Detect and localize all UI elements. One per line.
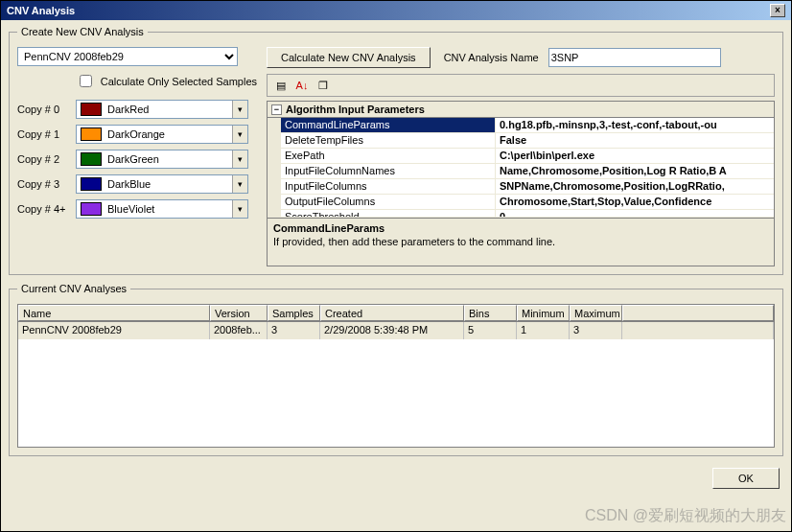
cell-min: 1 xyxy=(517,322,570,339)
cell-rest xyxy=(622,322,774,339)
cell-created: 2/29/2008 5:39:48 PM xyxy=(320,322,464,339)
col-version[interactable]: Version xyxy=(210,305,268,321)
chevron-down-icon xyxy=(232,101,247,118)
color-name-2: DarkGreen xyxy=(105,153,232,165)
analyses-list[interactable]: Name Version Samples Created Bins Minimu… xyxy=(17,304,775,448)
prop-key: DeleteTempFiles xyxy=(281,133,496,149)
prop-gutter xyxy=(268,195,281,210)
cell-version: 2008feb... xyxy=(210,322,268,339)
prop-val[interactable]: False xyxy=(496,133,774,149)
prop-row[interactable]: OutputFileColumnsChromosome,Start,Stop,V… xyxy=(268,195,774,210)
prop-row[interactable]: DeleteTempFilesFalse xyxy=(268,133,774,149)
color-name-1: DarkOrange xyxy=(105,128,232,140)
copy-label-3: Copy # 3 xyxy=(17,178,70,190)
color-select-4[interactable]: BlueViolet xyxy=(76,199,248,219)
prop-header[interactable]: − Algorithm Input Parameters xyxy=(268,102,774,118)
prop-val[interactable]: SNPName,Chromosome,Position,LogRRatio, xyxy=(496,179,774,195)
copy-label-0: Copy # 0 xyxy=(17,104,70,115)
categorize-icon[interactable]: ▤ xyxy=(271,76,291,95)
copy-label-2: Copy # 2 xyxy=(17,153,70,165)
col-max[interactable]: Maximum xyxy=(570,305,622,321)
prop-description: CommandLineParams If provided, then add … xyxy=(268,218,774,266)
cell-max: 3 xyxy=(570,322,622,339)
algorithm-select[interactable]: PennCNV 2008feb29 xyxy=(17,47,238,66)
prop-gutter xyxy=(268,118,281,133)
color-swatch-3 xyxy=(81,177,102,191)
color-swatch-0 xyxy=(81,103,102,116)
right-column: Calculate New CNV Analysis CNV Analysis … xyxy=(267,47,775,266)
col-min[interactable]: Minimum xyxy=(517,305,570,321)
selected-only-label: Calculate Only Selected Samples xyxy=(101,76,257,87)
prop-row[interactable]: InputFileColumnsSNPName,Chromosome,Posit… xyxy=(268,179,774,195)
prop-row[interactable]: InputFileColumnNamesName,Chromosome,Posi… xyxy=(268,164,774,179)
prop-gutter xyxy=(268,133,281,149)
prop-val[interactable]: Name,Chromosome,Position,Log R Ratio,B A xyxy=(496,164,774,179)
color-select-2[interactable]: DarkGreen xyxy=(76,150,248,169)
prop-key: ExePath xyxy=(281,149,496,164)
pages-icon[interactable]: ❐ xyxy=(314,76,333,95)
color-name-0: DarkRed xyxy=(105,104,232,115)
titlebar: CNV Analysis × xyxy=(1,1,791,20)
prop-val[interactable]: 0.hg18.pfb,-minsnp,3,-test,-conf,-tabout… xyxy=(496,118,774,133)
color-select-0[interactable]: DarkRed xyxy=(76,100,248,119)
prop-key: OutputFileColumns xyxy=(281,195,496,210)
copy-label-1: Copy # 1 xyxy=(17,128,70,140)
prop-row[interactable]: CommandLineParams0.hg18.pfb,-minsnp,3,-t… xyxy=(268,118,774,133)
content: Create New CNV Analysis PennCNV 2008feb2… xyxy=(1,20,791,493)
chevron-down-icon xyxy=(232,126,247,143)
chevron-down-icon xyxy=(232,150,247,168)
color-select-3[interactable]: DarkBlue xyxy=(76,174,248,194)
table-row[interactable]: PennCNV 2008feb29 2008feb... 3 2/29/2008… xyxy=(18,322,774,339)
close-icon[interactable]: × xyxy=(770,4,785,17)
col-samples[interactable]: Samples xyxy=(268,305,320,321)
prop-header-label: Algorithm Input Parameters xyxy=(286,104,425,115)
cell-name: PennCNV 2008feb29 xyxy=(18,322,210,339)
left-column: PennCNV 2008feb29 Calculate Only Selecte… xyxy=(17,47,257,266)
cell-samples: 3 xyxy=(268,322,320,339)
copy-label-4: Copy # 4+ xyxy=(17,203,70,215)
ok-button[interactable]: OK xyxy=(712,468,780,489)
color-name-4: BlueViolet xyxy=(105,203,232,215)
window-title: CNV Analysis xyxy=(7,5,75,16)
prop-toolbar: ▤ A↓ ❐ xyxy=(267,74,775,97)
prop-gutter xyxy=(268,149,281,164)
color-name-3: DarkBlue xyxy=(105,178,232,190)
current-group: Current CNV Analyses Name Version Sample… xyxy=(9,283,783,456)
current-legend: Current CNV Analyses xyxy=(17,283,130,294)
prop-desc-text: If provided, then add these parameters t… xyxy=(273,236,768,247)
cell-bins: 5 xyxy=(464,322,517,339)
sort-icon[interactable]: A↓ xyxy=(292,76,312,95)
prop-gutter xyxy=(268,164,281,179)
col-name[interactable]: Name xyxy=(18,305,210,321)
color-swatch-4 xyxy=(81,202,102,216)
prop-desc-title: CommandLineParams xyxy=(273,222,768,234)
create-group: Create New CNV Analysis PennCNV 2008feb2… xyxy=(9,26,783,275)
prop-key: InputFileColumnNames xyxy=(281,164,496,179)
col-created[interactable]: Created xyxy=(320,305,464,321)
selected-only-checkbox[interactable] xyxy=(80,75,92,87)
analysis-name-input[interactable] xyxy=(548,48,721,67)
prop-row[interactable]: ScoreThreshold0 xyxy=(268,210,774,218)
analysis-name-label: CNV Analysis Name xyxy=(444,52,539,63)
prop-key: CommandLineParams xyxy=(281,118,496,133)
color-swatch-2 xyxy=(81,152,102,166)
collapse-icon[interactable]: − xyxy=(271,104,282,115)
color-select-1[interactable]: DarkOrange xyxy=(76,125,248,144)
chevron-down-icon xyxy=(232,175,247,193)
prop-val[interactable]: Chromosome,Start,Stop,Value,Confidence xyxy=(496,195,774,210)
col-rest xyxy=(622,305,774,321)
watermark: CSDN @爱刷短视频的大朋友 xyxy=(585,506,786,526)
calculate-button[interactable]: Calculate New CNV Analysis xyxy=(267,47,431,68)
property-grid: − Algorithm Input Parameters CommandLine… xyxy=(267,101,775,266)
prop-key: InputFileColumns xyxy=(281,179,496,195)
create-legend: Create New CNV Analysis xyxy=(17,26,148,37)
color-swatch-1 xyxy=(81,127,102,141)
chevron-down-icon xyxy=(232,200,247,218)
list-header: Name Version Samples Created Bins Minimu… xyxy=(18,305,774,322)
prop-gutter xyxy=(268,179,281,195)
col-bins[interactable]: Bins xyxy=(464,305,517,321)
prop-val[interactable]: C:\perl\bin\perl.exe xyxy=(496,149,774,164)
prop-row[interactable]: ExePathC:\perl\bin\perl.exe xyxy=(268,149,774,164)
